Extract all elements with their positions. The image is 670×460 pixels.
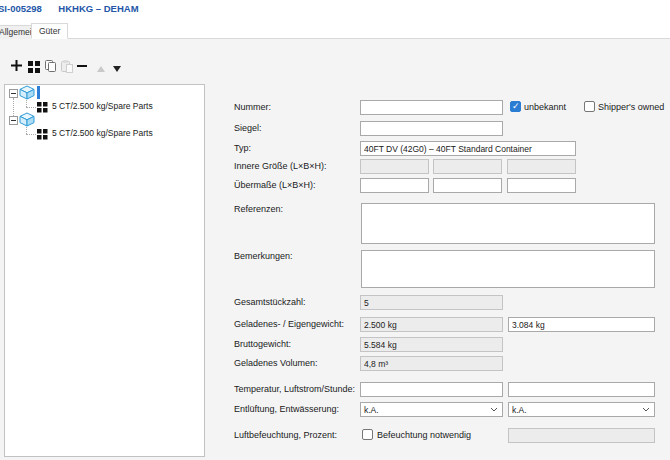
tab-gueter[interactable]: Güter (31, 23, 68, 39)
chevron-down-icon (490, 407, 498, 412)
entlueftung-select[interactable]: k.A. (360, 402, 503, 417)
referenzen-textarea[interactable] (361, 203, 655, 244)
unbekannt-checkbox-label: unbekannt (524, 101, 566, 113)
move-up-button[interactable] (97, 64, 105, 74)
tabstrip: Allgemein Güter (0, 24, 670, 39)
tree-connector (13, 98, 14, 116)
gesamtstueckzahl-label: Gesamtstückzahl: (234, 295, 360, 309)
selection-caret (37, 86, 40, 99)
uebermasse-h-input[interactable] (507, 178, 576, 193)
paste-icon (60, 65, 74, 75)
uebermasse-label: Übermaße (L×B×H): (234, 178, 360, 192)
add-goods-button[interactable] (28, 61, 41, 75)
container-tree-panel[interactable]: 5 CT/2.500 kg/Spare Parts 5 CT/2.500 kg/… (4, 84, 205, 457)
unbekannt-checkbox[interactable] (510, 101, 521, 112)
entwaesserung-select[interactable]: k.A. (508, 402, 655, 417)
goods-grid-icon (28, 65, 41, 75)
goods-icon (37, 129, 48, 142)
typ-label: Typ: (234, 141, 360, 155)
typ-input[interactable] (360, 141, 576, 156)
entlueftung-label: Entlüftung, Entwässerung: (234, 402, 360, 416)
bruttogewicht-input (360, 337, 503, 352)
volumen-label: Geladenes Volumen: (234, 356, 360, 370)
siegel-input[interactable] (360, 121, 503, 136)
shippers-owned-checkbox-label: Shipper's owned (598, 101, 664, 113)
temperatur-label: Temperatur, Luftstrom/Stunde: (234, 382, 360, 396)
add-container-button[interactable] (10, 59, 23, 74)
chevron-down-icon (642, 407, 650, 412)
luftstrom-input[interactable] (508, 382, 655, 397)
prozent-input (508, 428, 655, 443)
tree-connector (26, 107, 36, 108)
bruttogewicht-label: Bruttogewicht: (234, 337, 360, 351)
uebermasse-b-input[interactable] (433, 178, 502, 193)
triangle-down-icon (113, 66, 121, 72)
shippers-owned-checkbox[interactable] (584, 101, 595, 112)
innere-groesse-label: Innere Größe (L×B×H): (234, 159, 360, 173)
document-route: HKHKG – DEHAM (58, 3, 138, 14)
eigengewicht-input[interactable] (508, 317, 655, 332)
copy-button[interactable] (44, 59, 58, 75)
nummer-label: Nummer: (234, 100, 360, 114)
bemerkungen-label: Bemerkungen: (234, 251, 360, 261)
innere-groesse-b-input (433, 159, 502, 174)
tree-collapse-toggle[interactable] (9, 116, 18, 125)
gewicht-label: Geladenes- / Eigengewicht: (234, 317, 360, 331)
triangle-up-icon (97, 66, 105, 72)
container-cube-icon[interactable] (19, 112, 35, 129)
uebermasse-l-input[interactable] (360, 178, 429, 193)
entlueftung-selected-value: k.A. (364, 405, 379, 415)
tree-goods-item[interactable]: 5 CT/2.500 kg/Spare Parts (52, 101, 153, 112)
nummer-input[interactable] (360, 100, 503, 115)
goods-icon (37, 102, 48, 115)
paste-button[interactable] (60, 59, 74, 75)
geladenes-gewicht-input (360, 317, 503, 332)
befeuchtung-checkbox-label: Befeuchtung notwendig (377, 429, 471, 441)
tree-goods-item[interactable]: 5 CT/2.500 kg/Spare Parts (52, 128, 153, 139)
referenzen-label: Referenzen: (234, 204, 360, 214)
innere-groesse-l-input (360, 159, 429, 174)
gesamtstueckzahl-input (360, 295, 503, 310)
siegel-label: Siegel: (234, 121, 360, 135)
bemerkungen-textarea[interactable] (361, 250, 655, 288)
innere-groesse-h-input (507, 159, 576, 174)
tree-collapse-toggle[interactable] (9, 89, 18, 98)
copy-icon (44, 65, 58, 75)
document-id: SI-005298 (0, 3, 42, 14)
plus-icon (10, 64, 23, 74)
container-cube-icon[interactable] (19, 85, 35, 102)
move-down-button[interactable] (113, 64, 121, 74)
befeuchtung-checkbox[interactable] (362, 429, 373, 440)
entwaesserung-selected-value: k.A. (512, 405, 527, 415)
luftbefeuchtung-label: Luftbefeuchtung, Prozent: (234, 428, 360, 442)
remove-button[interactable] (76, 59, 88, 74)
tree-connector (26, 134, 36, 135)
minus-icon (76, 64, 88, 74)
document-titlebar: SI-005298 HKHKG – DEHAM (0, 3, 139, 14)
temperatur-input[interactable] (360, 382, 503, 397)
volumen-input (360, 356, 503, 371)
